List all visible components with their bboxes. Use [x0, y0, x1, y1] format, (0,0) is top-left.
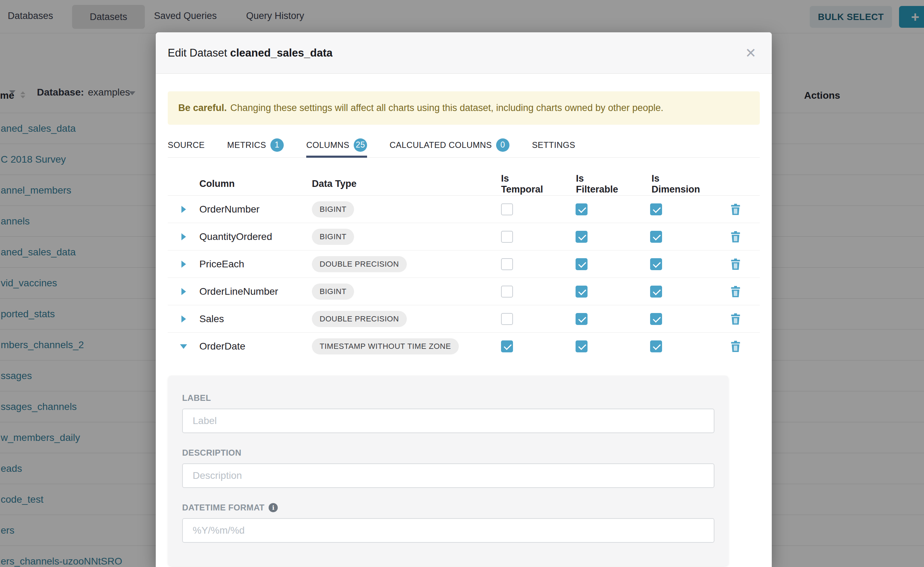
data-type-pill: TIMESTAMP WITHOUT TIME ZONE	[312, 338, 459, 354]
datetime-format-field-label: DATETIME FORMAT i	[182, 503, 715, 513]
delete-column-icon[interactable]	[731, 258, 740, 270]
column-header: Column	[199, 178, 312, 189]
data-type-pill: DOUBLE PRECISION	[312, 256, 407, 272]
is-temporal-checkbox[interactable]	[501, 231, 513, 243]
modal-header: Edit Dataset cleaned_sales_data ✕	[156, 32, 772, 74]
tab-settings[interactable]: SETTINGS	[532, 132, 575, 158]
tab-columns[interactable]: COLUMNS 25	[306, 132, 367, 158]
delete-column-icon[interactable]	[731, 314, 740, 325]
edit-dataset-modal: Edit Dataset cleaned_sales_data ✕ Be car…	[156, 32, 772, 567]
delete-column-icon[interactable]	[731, 231, 740, 242]
is-dimension-checkbox[interactable]	[650, 313, 662, 325]
column-row: OrderLineNumber BIGINT	[168, 278, 760, 305]
datetime-format-input[interactable]	[182, 518, 715, 543]
tab-columns-label: COLUMNS	[306, 140, 349, 150]
modal-title: Edit Dataset cleaned_sales_data	[168, 47, 333, 59]
column-name: PriceEach	[199, 258, 312, 270]
modal-tabs: SOURCE METRICS 1 COLUMNS 25 CALCULATED C…	[168, 132, 760, 158]
is-temporal-header: Is Temporal	[474, 173, 548, 195]
datetime-format-label-text: DATETIME FORMAT	[182, 503, 264, 513]
column-row: Sales DOUBLE PRECISION	[168, 305, 760, 333]
delete-column-icon[interactable]	[731, 341, 740, 352]
column-row: PriceEach DOUBLE PRECISION	[168, 250, 760, 278]
is-temporal-checkbox[interactable]	[501, 286, 513, 297]
warning-text: Changing these settings will affect all …	[230, 103, 664, 114]
metrics-count-badge: 1	[270, 138, 284, 152]
is-dimension-checkbox[interactable]	[650, 286, 662, 297]
is-filterable-checkbox[interactable]	[576, 313, 587, 325]
data-type-header: Data Type	[312, 178, 474, 189]
data-type-pill: DOUBLE PRECISION	[312, 311, 407, 327]
tab-metrics-label: METRICS	[227, 140, 266, 150]
calculated-columns-count-badge: 0	[496, 138, 509, 152]
is-temporal-checkbox[interactable]	[501, 313, 513, 325]
column-name: OrderNumber	[199, 204, 312, 215]
modal-title-prefix: Edit Dataset	[168, 47, 227, 59]
description-field-label: DESCRIPTION	[182, 448, 715, 458]
columns-table: Column Data Type Is Temporal Is Filterab…	[168, 172, 760, 360]
is-filterable-header: Is Filterable	[548, 173, 623, 195]
expand-caret-icon[interactable]	[181, 233, 186, 240]
expand-caret-icon[interactable]	[181, 261, 186, 268]
is-dimension-checkbox[interactable]	[650, 203, 662, 215]
close-icon[interactable]: ✕	[745, 46, 756, 60]
is-temporal-checkbox[interactable]	[501, 203, 513, 215]
label-field-group: LABEL	[182, 393, 715, 433]
label-input[interactable]	[182, 409, 715, 433]
delete-column-icon[interactable]	[731, 204, 740, 215]
modal-title-dataset-name: cleaned_sales_data	[230, 47, 333, 59]
tab-calculated-columns-label: CALCULATED COLUMNS	[390, 140, 492, 150]
tab-calculated-columns[interactable]: CALCULATED COLUMNS 0	[390, 132, 509, 158]
expand-caret-icon[interactable]	[181, 288, 186, 295]
column-name: QuantityOrdered	[199, 231, 312, 242]
is-filterable-checkbox[interactable]	[576, 340, 587, 352]
warning-bold-text: Be careful.	[178, 103, 227, 114]
column-row: OrderDate TIMESTAMP WITHOUT TIME ZONE	[168, 333, 760, 360]
tab-settings-label: SETTINGS	[532, 140, 575, 150]
description-field-label-text: DESCRIPTION	[182, 448, 241, 458]
expand-caret-icon[interactable]	[181, 206, 186, 213]
data-type-pill: BIGINT	[312, 201, 354, 218]
data-type-pill: BIGINT	[312, 284, 354, 300]
is-dimension-checkbox[interactable]	[650, 231, 662, 243]
is-filterable-checkbox[interactable]	[576, 286, 587, 297]
datetime-format-field-group: DATETIME FORMAT i	[182, 503, 715, 543]
tab-metrics[interactable]: METRICS 1	[227, 132, 284, 158]
is-filterable-checkbox[interactable]	[576, 258, 587, 270]
warning-banner: Be careful. Changing these settings will…	[168, 92, 760, 125]
description-input[interactable]	[182, 464, 715, 488]
is-filterable-checkbox[interactable]	[576, 231, 587, 243]
column-name: Sales	[199, 314, 312, 325]
tab-source[interactable]: SOURCE	[168, 132, 205, 158]
expand-caret-icon[interactable]	[181, 315, 186, 322]
is-dimension-checkbox[interactable]	[650, 340, 662, 352]
modal-body: Be careful. Changing these settings will…	[156, 92, 772, 566]
is-dimension-header: Is Dimension	[623, 173, 709, 195]
column-name: OrderDate	[199, 341, 312, 352]
label-field-label-text: LABEL	[182, 393, 211, 403]
is-temporal-checkbox[interactable]	[501, 258, 513, 270]
column-row: QuantityOrdered BIGINT	[168, 223, 760, 250]
columns-table-header: Column Data Type Is Temporal Is Filterab…	[168, 172, 760, 196]
tab-source-label: SOURCE	[168, 140, 205, 150]
description-field-group: DESCRIPTION	[182, 448, 715, 488]
label-field-label: LABEL	[182, 393, 715, 403]
is-dimension-checkbox[interactable]	[650, 258, 662, 270]
columns-count-badge: 25	[354, 138, 367, 152]
info-icon[interactable]: i	[269, 503, 278, 512]
expand-caret-icon[interactable]	[180, 344, 187, 349]
column-name: OrderLineNumber	[199, 286, 312, 297]
data-type-pill: BIGINT	[312, 229, 354, 245]
is-temporal-checkbox[interactable]	[501, 340, 513, 352]
delete-column-icon[interactable]	[731, 286, 740, 297]
column-row: OrderNumber BIGINT	[168, 196, 760, 223]
column-detail-panel: LABEL DESCRIPTION DATETIME FORMAT i	[168, 375, 728, 566]
is-filterable-checkbox[interactable]	[576, 203, 587, 215]
